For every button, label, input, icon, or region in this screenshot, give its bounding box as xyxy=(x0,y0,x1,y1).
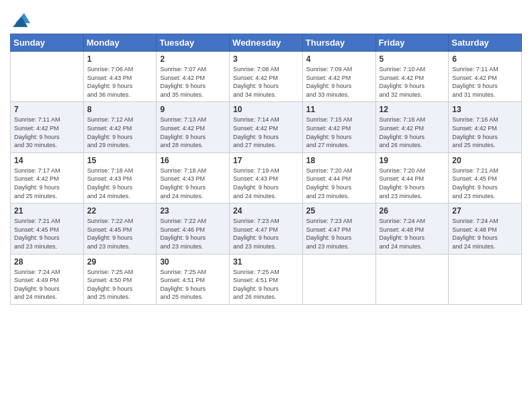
day-number: 10 xyxy=(233,105,299,114)
calendar-cell: 30Sunrise: 7:25 AM Sunset: 4:51 PM Dayli… xyxy=(157,254,230,304)
day-number: 19 xyxy=(380,156,445,165)
calendar-cell xyxy=(11,52,84,102)
day-number: 23 xyxy=(160,206,226,216)
day-info: Sunrise: 7:21 AM Sunset: 4:45 PM Dayligh… xyxy=(452,167,518,200)
day-number: 25 xyxy=(306,206,372,216)
day-info: Sunrise: 7:13 AM Sunset: 4:42 PM Dayligh… xyxy=(160,116,226,149)
calendar-header-monday: Monday xyxy=(83,34,157,52)
calendar-cell: 26Sunrise: 7:24 AM Sunset: 4:48 PM Dayli… xyxy=(375,203,449,254)
day-info: Sunrise: 7:12 AM Sunset: 4:42 PM Dayligh… xyxy=(87,116,153,149)
calendar-cell: 25Sunrise: 7:23 AM Sunset: 4:47 PM Dayli… xyxy=(302,203,375,254)
logo xyxy=(10,9,32,28)
day-number: 30 xyxy=(160,257,226,267)
day-info: Sunrise: 7:22 AM Sunset: 4:45 PM Dayligh… xyxy=(87,217,153,250)
day-info: Sunrise: 7:17 AM Sunset: 4:42 PM Dayligh… xyxy=(14,167,80,200)
day-info: Sunrise: 7:06 AM Sunset: 4:43 PM Dayligh… xyxy=(87,65,153,99)
day-number: 28 xyxy=(14,257,80,267)
calendar-cell: 20Sunrise: 7:21 AM Sunset: 4:45 PM Dayli… xyxy=(449,152,522,203)
calendar-header-row: SundayMondayTuesdayWednesdayThursdayFrid… xyxy=(11,34,522,52)
calendar-week-row: 21Sunrise: 7:21 AM Sunset: 4:45 PM Dayli… xyxy=(11,203,522,254)
day-info: Sunrise: 7:21 AM Sunset: 4:45 PM Dayligh… xyxy=(14,217,80,250)
day-number: 1 xyxy=(87,54,153,64)
day-number: 20 xyxy=(452,156,518,165)
day-number: 15 xyxy=(87,156,153,165)
calendar-cell: 16Sunrise: 7:18 AM Sunset: 4:43 PM Dayli… xyxy=(157,152,230,203)
day-number: 5 xyxy=(380,54,445,64)
day-number: 31 xyxy=(233,257,299,267)
calendar-cell: 10Sunrise: 7:14 AM Sunset: 4:42 PM Dayli… xyxy=(230,102,303,152)
day-number: 24 xyxy=(233,206,299,216)
calendar-cell: 23Sunrise: 7:22 AM Sunset: 4:46 PM Dayli… xyxy=(157,203,230,254)
calendar-cell: 12Sunrise: 7:16 AM Sunset: 4:42 PM Dayli… xyxy=(375,102,449,152)
calendar-header-friday: Friday xyxy=(375,34,449,52)
day-number: 11 xyxy=(306,105,372,114)
calendar-cell: 3Sunrise: 7:08 AM Sunset: 4:42 PM Daylig… xyxy=(230,52,303,102)
day-number: 13 xyxy=(452,105,518,114)
day-info: Sunrise: 7:18 AM Sunset: 4:43 PM Dayligh… xyxy=(87,167,153,200)
calendar-cell: 15Sunrise: 7:18 AM Sunset: 4:43 PM Dayli… xyxy=(83,152,157,203)
calendar-week-row: 1Sunrise: 7:06 AM Sunset: 4:43 PM Daylig… xyxy=(11,52,522,102)
day-number: 21 xyxy=(14,206,80,216)
calendar-header-tuesday: Tuesday xyxy=(157,34,230,52)
day-info: Sunrise: 7:18 AM Sunset: 4:43 PM Dayligh… xyxy=(160,167,226,200)
calendar-cell: 28Sunrise: 7:24 AM Sunset: 4:49 PM Dayli… xyxy=(11,254,84,304)
calendar-cell: 14Sunrise: 7:17 AM Sunset: 4:42 PM Dayli… xyxy=(11,152,84,203)
calendar-cell: 17Sunrise: 7:19 AM Sunset: 4:43 PM Dayli… xyxy=(230,152,303,203)
day-number: 29 xyxy=(87,257,153,267)
day-number: 8 xyxy=(87,105,153,114)
day-info: Sunrise: 7:16 AM Sunset: 4:42 PM Dayligh… xyxy=(380,116,445,149)
day-number: 22 xyxy=(87,206,153,216)
day-info: Sunrise: 7:11 AM Sunset: 4:42 PM Dayligh… xyxy=(452,65,518,99)
logo-icon xyxy=(13,9,32,28)
day-info: Sunrise: 7:15 AM Sunset: 4:42 PM Dayligh… xyxy=(306,116,372,149)
calendar-cell: 6Sunrise: 7:11 AM Sunset: 4:42 PM Daylig… xyxy=(449,52,522,102)
calendar-cell xyxy=(449,254,522,304)
day-number: 26 xyxy=(380,206,445,216)
calendar-cell: 27Sunrise: 7:24 AM Sunset: 4:48 PM Dayli… xyxy=(449,203,522,254)
day-info: Sunrise: 7:10 AM Sunset: 4:42 PM Dayligh… xyxy=(380,65,445,99)
day-info: Sunrise: 7:25 AM Sunset: 4:51 PM Dayligh… xyxy=(160,268,226,302)
calendar-cell: 7Sunrise: 7:11 AM Sunset: 4:42 PM Daylig… xyxy=(11,102,84,152)
day-number: 7 xyxy=(14,105,80,114)
day-info: Sunrise: 7:20 AM Sunset: 4:44 PM Dayligh… xyxy=(380,167,445,200)
day-number: 17 xyxy=(233,156,299,165)
day-info: Sunrise: 7:23 AM Sunset: 4:47 PM Dayligh… xyxy=(306,217,372,250)
day-info: Sunrise: 7:25 AM Sunset: 4:51 PM Dayligh… xyxy=(233,268,299,302)
day-number: 16 xyxy=(160,156,226,165)
calendar-cell: 21Sunrise: 7:21 AM Sunset: 4:45 PM Dayli… xyxy=(11,203,84,254)
day-info: Sunrise: 7:22 AM Sunset: 4:46 PM Dayligh… xyxy=(160,217,226,250)
calendar-cell: 24Sunrise: 7:23 AM Sunset: 4:47 PM Dayli… xyxy=(230,203,303,254)
day-info: Sunrise: 7:07 AM Sunset: 4:42 PM Dayligh… xyxy=(160,65,226,99)
calendar-cell: 19Sunrise: 7:20 AM Sunset: 4:44 PM Dayli… xyxy=(375,152,449,203)
day-info: Sunrise: 7:16 AM Sunset: 4:42 PM Dayligh… xyxy=(452,116,518,149)
day-info: Sunrise: 7:20 AM Sunset: 4:44 PM Dayligh… xyxy=(306,167,372,200)
calendar-cell xyxy=(302,254,375,304)
day-info: Sunrise: 7:09 AM Sunset: 4:42 PM Dayligh… xyxy=(306,65,372,99)
calendar-cell: 18Sunrise: 7:20 AM Sunset: 4:44 PM Dayli… xyxy=(302,152,375,203)
day-number: 6 xyxy=(452,54,518,64)
day-info: Sunrise: 7:25 AM Sunset: 4:50 PM Dayligh… xyxy=(87,268,153,302)
day-info: Sunrise: 7:24 AM Sunset: 4:49 PM Dayligh… xyxy=(14,268,80,302)
day-info: Sunrise: 7:14 AM Sunset: 4:42 PM Dayligh… xyxy=(233,116,299,149)
day-number: 9 xyxy=(160,105,226,114)
calendar-table: SundayMondayTuesdayWednesdayThursdayFrid… xyxy=(10,34,522,305)
day-number: 14 xyxy=(14,156,80,165)
page-container: SundayMondayTuesdayWednesdayThursdayFrid… xyxy=(0,0,532,411)
calendar-header-saturday: Saturday xyxy=(449,34,522,52)
calendar-cell: 2Sunrise: 7:07 AM Sunset: 4:42 PM Daylig… xyxy=(157,52,230,102)
day-info: Sunrise: 7:08 AM Sunset: 4:42 PM Dayligh… xyxy=(233,65,299,99)
calendar-cell: 4Sunrise: 7:09 AM Sunset: 4:42 PM Daylig… xyxy=(302,52,375,102)
day-info: Sunrise: 7:24 AM Sunset: 4:48 PM Dayligh… xyxy=(452,217,518,250)
day-info: Sunrise: 7:24 AM Sunset: 4:48 PM Dayligh… xyxy=(380,217,445,250)
calendar-cell: 31Sunrise: 7:25 AM Sunset: 4:51 PM Dayli… xyxy=(230,254,303,304)
calendar-cell: 13Sunrise: 7:16 AM Sunset: 4:42 PM Dayli… xyxy=(449,102,522,152)
calendar-header-thursday: Thursday xyxy=(302,34,375,52)
calendar-cell: 9Sunrise: 7:13 AM Sunset: 4:42 PM Daylig… xyxy=(157,102,230,152)
day-number: 12 xyxy=(380,105,445,114)
calendar-header-wednesday: Wednesday xyxy=(230,34,303,52)
day-number: 2 xyxy=(160,54,226,64)
day-number: 3 xyxy=(233,54,299,64)
day-info: Sunrise: 7:23 AM Sunset: 4:47 PM Dayligh… xyxy=(233,217,299,250)
day-number: 18 xyxy=(306,156,372,165)
day-info: Sunrise: 7:19 AM Sunset: 4:43 PM Dayligh… xyxy=(233,167,299,200)
